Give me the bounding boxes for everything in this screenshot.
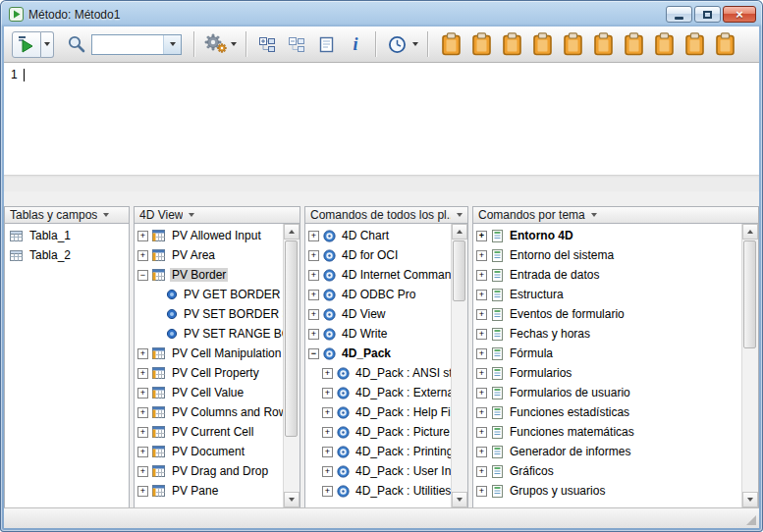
- expand-tree-icon[interactable]: [254, 31, 280, 57]
- expand-icon[interactable]: +: [322, 447, 333, 457]
- macro-page-icon[interactable]: [313, 31, 339, 57]
- tree-item[interactable]: +4D ODBC Pro: [305, 285, 467, 304]
- expand-icon[interactable]: +: [476, 466, 487, 477]
- panel-header[interactable]: Comandos de todos los pl...: [304, 206, 468, 224]
- vertical-scrollbar[interactable]: [283, 224, 300, 507]
- expand-icon[interactable]: +: [308, 250, 319, 261]
- expand-icon[interactable]: +: [322, 427, 333, 438]
- tree-item[interactable]: +4D Chart: [305, 226, 467, 245]
- tree-item[interactable]: +Entorno del sistema: [473, 245, 758, 265]
- tree-item[interactable]: +Entorno 4D: [473, 226, 758, 245]
- panel-header[interactable]: 4D View: [134, 206, 300, 224]
- tree-item[interactable]: +Gráficos: [473, 461, 758, 481]
- combobox-dropdown-icon[interactable]: [163, 35, 181, 54]
- tree-item[interactable]: +Grupos y usuarios: [473, 481, 758, 501]
- tree-item[interactable]: +PV Document: [135, 442, 300, 461]
- tree-item[interactable]: +4D_Pack : Picture files: [305, 422, 467, 442]
- tree-item[interactable]: +4D View: [305, 304, 467, 324]
- tree-item[interactable]: +Funciones matemáticas: [473, 422, 758, 442]
- panel-body[interactable]: Tabla_1Tabla_2: [4, 224, 130, 508]
- expand-icon[interactable]: +: [308, 231, 319, 241]
- tree-item[interactable]: +Formularios: [473, 363, 758, 383]
- clipboard-button-1[interactable]: [440, 31, 462, 57]
- panel-body[interactable]: +PV Allowed Input+PV Area−PV BorderPV GE…: [134, 224, 300, 508]
- tree-item[interactable]: +4D_Pack : External area: [305, 383, 467, 402]
- maximize-button[interactable]: [694, 6, 721, 23]
- tree-item[interactable]: Tabla_1: [5, 226, 129, 245]
- tree-item[interactable]: +Formularios de usuario: [473, 383, 758, 402]
- close-button[interactable]: ×: [723, 6, 756, 23]
- panel-header[interactable]: Comandos por tema: [472, 206, 759, 224]
- tree-item[interactable]: +PV Cell Value: [135, 383, 300, 402]
- expand-icon[interactable]: +: [476, 407, 487, 418]
- clipboard-button-4[interactable]: [531, 31, 553, 57]
- expand-icon[interactable]: +: [476, 309, 487, 320]
- run-dropdown-button[interactable]: [41, 31, 54, 58]
- scroll-up-button[interactable]: [452, 224, 467, 239]
- scroll-down-button[interactable]: [452, 492, 467, 507]
- tree-item[interactable]: +4D_Pack : ANSI stream: [305, 363, 467, 383]
- editor-horizontal-scrollbar[interactable]: [4, 175, 759, 192]
- expand-icon[interactable]: +: [137, 427, 148, 438]
- clipboard-button-2[interactable]: [470, 31, 492, 57]
- scroll-up-button[interactable]: [284, 224, 300, 239]
- expand-icon[interactable]: +: [476, 368, 487, 379]
- tree-item[interactable]: +Fórmula: [473, 344, 758, 363]
- tree-item[interactable]: +Fechas y horas: [473, 324, 758, 344]
- tree-item[interactable]: +4D_Pack : Printing: [305, 442, 467, 461]
- search-combobox[interactable]: [91, 34, 182, 55]
- scroll-thumb[interactable]: [285, 240, 298, 437]
- scroll-thumb[interactable]: [743, 240, 756, 348]
- vertical-scrollbar[interactable]: [451, 224, 467, 507]
- clock-icon[interactable]: [384, 31, 409, 57]
- tree-item[interactable]: +4D_Pack : User Interface: [305, 461, 467, 481]
- tree-item[interactable]: PV GET BORDER STYLE: [135, 285, 300, 304]
- clipboard-button-6[interactable]: [592, 31, 614, 57]
- search-icon[interactable]: [64, 31, 89, 57]
- tree-item[interactable]: PV SET RANGE BORDER: [135, 324, 300, 344]
- collapse-tree-icon[interactable]: [284, 31, 309, 57]
- minimize-button[interactable]: [666, 6, 692, 23]
- tree-item[interactable]: +Eventos de formulario: [473, 304, 758, 324]
- scroll-down-button[interactable]: [742, 492, 758, 507]
- code-editor[interactable]: 1: [4, 63, 759, 175]
- expand-icon[interactable]: +: [476, 427, 487, 438]
- panel-header[interactable]: Tablas y campos: [4, 206, 130, 224]
- expand-icon[interactable]: +: [137, 368, 148, 379]
- clipboard-button-5[interactable]: [562, 31, 583, 57]
- header-menu-arrow-icon[interactable]: [189, 213, 194, 217]
- expand-icon[interactable]: +: [137, 486, 148, 497]
- tree-item[interactable]: +PV Current Cell: [135, 422, 300, 442]
- scroll-thumb[interactable]: [453, 240, 465, 301]
- expand-icon[interactable]: +: [137, 231, 148, 241]
- tree-item[interactable]: −PV Border: [135, 265, 300, 285]
- expand-icon[interactable]: +: [308, 270, 319, 281]
- horizontal-splitter[interactable]: [4, 191, 759, 206]
- info-icon[interactable]: i: [343, 31, 368, 57]
- expand-icon[interactable]: +: [476, 231, 487, 241]
- clipboard-button-7[interactable]: [623, 31, 644, 57]
- expand-icon[interactable]: +: [137, 447, 148, 457]
- tree-item[interactable]: −4D_Pack: [305, 344, 467, 363]
- header-menu-arrow-icon[interactable]: [591, 213, 597, 217]
- expand-icon[interactable]: +: [476, 290, 487, 300]
- settings-dropdown-button[interactable]: [228, 31, 239, 57]
- expand-icon[interactable]: +: [322, 388, 333, 399]
- tree-item[interactable]: +PV Cell Property: [135, 363, 300, 383]
- expand-icon[interactable]: +: [322, 466, 333, 477]
- tree-item[interactable]: +PV Pane: [135, 481, 300, 501]
- tree-item[interactable]: +PV Cell Manipulation: [135, 344, 300, 363]
- tree-item[interactable]: +4D for OCI: [305, 245, 467, 265]
- tree-item[interactable]: +4D_Pack : Help Files: [305, 402, 467, 422]
- title-bar[interactable]: Método: Método1 ×: [9, 4, 756, 25]
- expand-icon[interactable]: +: [476, 250, 487, 261]
- collapse-icon[interactable]: −: [308, 348, 319, 359]
- tree-item[interactable]: +Entrada de datos: [473, 265, 758, 285]
- collapse-icon[interactable]: −: [137, 270, 148, 281]
- clipboard-button-3[interactable]: [501, 31, 522, 57]
- expand-icon[interactable]: +: [476, 329, 487, 340]
- resize-grip[interactable]: [746, 515, 756, 525]
- expand-icon[interactable]: +: [137, 348, 148, 359]
- expand-icon[interactable]: +: [308, 309, 319, 320]
- panel-body[interactable]: +Entorno 4D+Entorno del sistema+Entrada …: [472, 224, 759, 508]
